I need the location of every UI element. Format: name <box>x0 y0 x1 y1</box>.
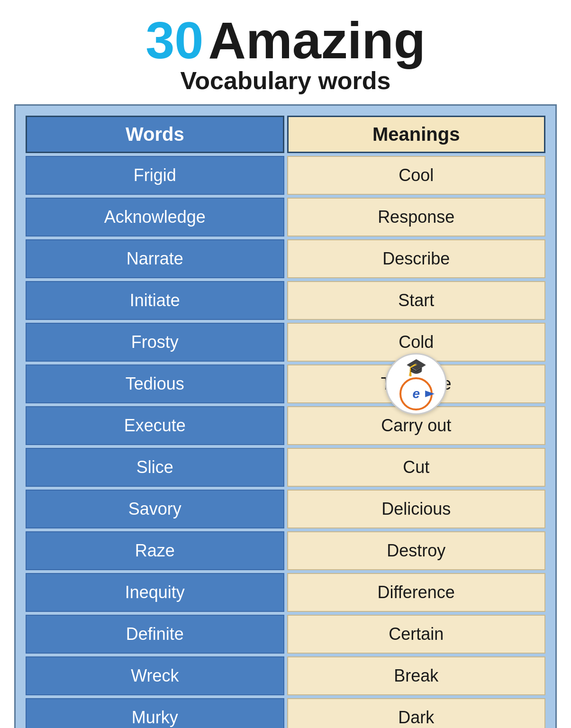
title-subtitle: Vocabulary words <box>180 66 390 95</box>
table-row: DefiniteCertain <box>26 615 545 654</box>
vocab-table: Words Meanings FrigidCoolAcknowledgeResp… <box>23 113 548 728</box>
meaning-cell: Break <box>287 656 545 695</box>
word-cell: Frosty <box>26 323 284 362</box>
word-cell: Raze <box>26 531 284 570</box>
col-header-meanings: Meanings <box>287 116 545 153</box>
table-row: SliceCut <box>26 448 545 487</box>
vocab-table-container: Words Meanings FrigidCoolAcknowledgeResp… <box>14 104 557 728</box>
table-row: WreckBreak <box>26 656 545 695</box>
table-row: MurkyDark <box>26 698 545 728</box>
engdic-logo: 🎓e <box>385 353 447 415</box>
logo-circle-icon: e <box>399 377 433 410</box>
meaning-cell: Start <box>287 281 545 320</box>
table-row: FrostyCold <box>26 323 545 362</box>
meaning-cell: Certain <box>287 615 545 654</box>
page-header: 30 Amazing Vocabulary words <box>0 0 571 104</box>
col-header-words: Words <box>26 116 284 153</box>
meaning-cell: Destroy <box>287 531 545 570</box>
table-row: InequityDifference <box>26 573 545 612</box>
word-cell: Initiate <box>26 281 284 320</box>
table-row: FrigidCool <box>26 156 545 195</box>
logo-graduation-cap-icon: 🎓 <box>406 357 427 377</box>
meaning-cell: Delicious <box>287 490 545 528</box>
word-cell: Definite <box>26 615 284 654</box>
word-cell: Acknowledge <box>26 198 284 237</box>
meaning-cell: Cut <box>287 448 545 487</box>
meaning-cell: Dark <box>287 698 545 728</box>
table-row: SavoryDelicious <box>26 490 545 528</box>
word-cell: Wreck <box>26 656 284 695</box>
table-row: ExecuteCarry out <box>26 406 545 445</box>
word-cell: Murky <box>26 698 284 728</box>
table-row: NarrateDescribe <box>26 239 545 278</box>
title-row: 30 Amazing <box>145 14 426 66</box>
word-cell: Slice <box>26 448 284 487</box>
table-row: RazeDestroy <box>26 531 545 570</box>
table-row: AcknowledgeResponse <box>26 198 545 237</box>
word-cell: Narrate <box>26 239 284 278</box>
meaning-cell: Difference <box>287 573 545 612</box>
word-cell: Frigid <box>26 156 284 195</box>
meaning-cell: Cool <box>287 156 545 195</box>
word-cell: Execute <box>26 406 284 445</box>
table-row: TediousTiresome🎓e <box>26 364 545 403</box>
meaning-cell: Describe <box>287 239 545 278</box>
meaning-cell: Tiresome🎓e <box>287 364 545 403</box>
title-amazing: Amazing <box>208 14 425 66</box>
meaning-cell: Response <box>287 198 545 237</box>
title-number: 30 <box>145 14 203 66</box>
word-cell: Savory <box>26 490 284 528</box>
table-row: InitiateStart <box>26 281 545 320</box>
word-cell: Tedious <box>26 364 284 403</box>
word-cell: Inequity <box>26 573 284 612</box>
table-header-row: Words Meanings <box>26 116 545 153</box>
